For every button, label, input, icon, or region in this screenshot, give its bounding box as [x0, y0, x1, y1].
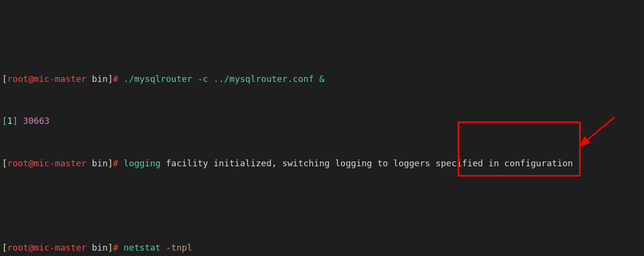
prompt-dir: bin — [92, 74, 108, 84]
job-bracket: [ — [2, 116, 7, 126]
netstat-args: -tnpl — [161, 242, 192, 253]
cmd-args: -c ../mysqlrouter.conf & — [192, 74, 324, 84]
prompt-bracket-close: ] — [108, 74, 113, 84]
job-num: 1 — [7, 116, 13, 126]
terminal-blank — [0, 198, 644, 213]
prompt-hash: # — [113, 74, 119, 84]
terminal-line-cmd1: [root@mic-master bin]# ./mysqlrouter -c … — [0, 72, 644, 86]
terminal-line-job: [1] 30663 — [0, 114, 644, 128]
job-pid: 30663 — [18, 116, 50, 126]
terminal-line-cmd2: [root@mic-master bin]# netstat -tnpl — [0, 241, 644, 255]
prompt-user: root@mic-master — [7, 74, 87, 84]
terminal-line-log: [root@mic-master bin]# logging facility … — [0, 157, 644, 171]
cmd-text: ./mysqlrouter — [123, 74, 192, 84]
job-bracket-close: ] — [13, 116, 18, 126]
log-word: logging — [123, 158, 161, 168]
prompt-bracket: [ — [2, 74, 7, 84]
log-rest: facility initialized, switching logging … — [161, 158, 573, 168]
netstat-cmd: netstat — [123, 242, 161, 253]
